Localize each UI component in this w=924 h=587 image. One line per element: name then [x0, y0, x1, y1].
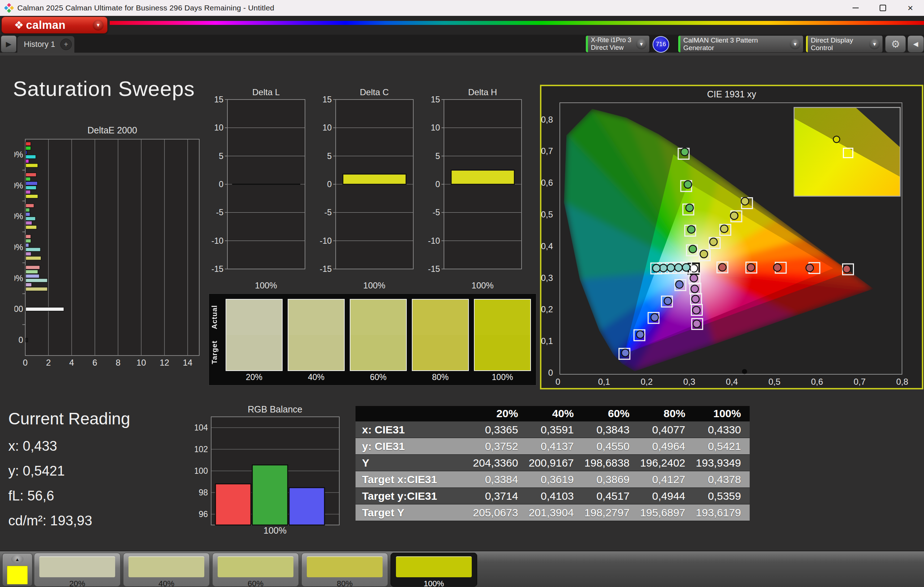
svg-text:RGB Balance: RGB Balance	[248, 404, 302, 414]
meter-dropdown[interactable]: X-Rite i1Pro 3 Direct View ▼	[586, 35, 650, 53]
table-cell: 195,6897	[638, 506, 694, 519]
display-control-dropdown[interactable]: Direct Display Control ▼	[805, 35, 883, 53]
svg-text:-15: -15	[211, 264, 223, 274]
pattern-button-100%[interactable]: 100%	[391, 553, 477, 587]
collapse-panel-button[interactable]: ◀	[908, 35, 924, 53]
svg-text:0: 0	[18, 335, 23, 345]
pattern-button-40%[interactable]: 40%	[123, 553, 210, 587]
svg-text:-15: -15	[320, 264, 332, 274]
pattern-button-80%[interactable]: 80%	[301, 553, 388, 587]
table-row: Target x:CIE310,33840,36190,38690,41270,…	[356, 471, 750, 488]
swatch-cell: 40%	[288, 299, 345, 382]
restore-button[interactable]	[869, 0, 897, 16]
cie-measured-point-magenta	[691, 285, 698, 293]
table-row: y: CIE310,37520,41370,45500,49640,5421	[356, 438, 750, 455]
svg-text:100%: 100%	[363, 281, 385, 290]
table-cell: 0,4127	[638, 474, 694, 486]
cie-1931-plot	[559, 102, 903, 375]
close-button[interactable]: ×	[897, 0, 924, 16]
table-cell: 0,4517	[582, 490, 638, 502]
pattern-generator-dropdown[interactable]: CalMAN Client 3 Pattern Generator ▼	[678, 35, 804, 53]
cie-measured-point-cyan	[660, 264, 667, 272]
title-bar: Calman 2025 Calman Ultimate for Business…	[0, 0, 924, 16]
pattern-button-20%[interactable]: 20%	[34, 553, 120, 587]
svg-text:10: 10	[214, 123, 223, 132]
table-row-label: Target x:CIE31	[356, 474, 471, 486]
cie-y-tick: 0	[548, 368, 553, 378]
table-cell: 0,4378	[694, 474, 750, 486]
svg-text:10: 10	[322, 123, 332, 132]
measurement-table: 20%40%60%80%100%x: CIE310,33650,35910,38…	[356, 406, 750, 521]
svg-text:96: 96	[198, 510, 208, 519]
svg-text:-5: -5	[325, 208, 332, 217]
cie-y-tick: 0,4	[541, 241, 553, 251]
svg-text:2: 2	[46, 358, 51, 367]
pattern-status-edge	[678, 36, 680, 52]
current-reading-value: x: 0,433	[8, 439, 130, 454]
swatch-label: 80%	[412, 372, 469, 382]
nav-forward-button[interactable]: ▶	[1, 35, 16, 53]
svg-text:100: 100	[15, 304, 23, 314]
table-row-label: x: CIE31	[356, 424, 471, 436]
cie-measured-point-blue	[664, 297, 672, 305]
delta-h-chart: Delta H151050-5-10-15100%	[428, 87, 529, 294]
svg-text:0: 0	[219, 179, 223, 189]
chevron-left-icon: ◀	[913, 40, 918, 48]
cie-measured-point-green	[686, 204, 693, 212]
table-cell: 196,2402	[638, 457, 694, 469]
svg-text:10: 10	[431, 123, 440, 132]
table-row-label: Y	[356, 457, 471, 469]
meter-count-badge[interactable]: 716	[653, 36, 669, 53]
svg-text:6: 6	[92, 358, 97, 367]
actual-row-label: Actual	[210, 299, 222, 335]
cie-measured-point-magenta	[693, 320, 701, 327]
table-cell: 193,9349	[694, 457, 750, 469]
calman-menu-button[interactable]: ❖ calman ▼	[2, 16, 107, 33]
svg-text:100%: 100%	[255, 281, 277, 290]
pattern-swatch	[307, 556, 383, 577]
app-icon	[4, 3, 14, 13]
cie-measured-point-green	[684, 181, 691, 188]
svg-text:5: 5	[435, 151, 440, 161]
cie-measured-point-red	[806, 264, 813, 271]
svg-text:100%: 100%	[471, 281, 493, 290]
pattern-buttons: 20%40%60%80%100%	[34, 553, 477, 587]
svg-text:40%: 40%	[15, 243, 23, 252]
cie-x-tick: 0,2	[641, 377, 653, 387]
pattern-label: 40%	[124, 579, 210, 587]
swatch-color	[474, 299, 531, 371]
settings-button[interactable]: ⚙	[885, 35, 906, 53]
add-tab-button[interactable]: +	[60, 39, 72, 50]
bottom-bar: ▲ 20%40%60%80%100% ▲ ■ ▶ [··] ∞ ↻ « Back…	[0, 551, 924, 587]
swatch-cell: 60%	[350, 299, 407, 382]
svg-text:100: 100	[195, 466, 208, 475]
calman-app: Calman 2025 Calman Ultimate for Business…	[0, 0, 924, 587]
meter-label: X-Rite i1Pro 3 Direct View	[591, 36, 631, 51]
current-reading-title: Current Reading	[8, 409, 130, 428]
current-reading-value: y: 0,5421	[8, 463, 130, 479]
cie-measured-point-cyan	[675, 264, 682, 271]
main-area: Saturation Sweeps DeltaE 200002468101214…	[0, 56, 924, 551]
tab-history-1[interactable]: History 1 +	[17, 36, 74, 53]
cie-y-tick: 0,7	[541, 146, 553, 156]
table-col-header: 20%	[471, 408, 526, 420]
pattern-swatch	[40, 556, 115, 577]
pattern-label: 20%	[34, 579, 120, 587]
pattern-button-60%[interactable]: 60%	[212, 553, 299, 587]
swatch-cell: 80%	[412, 299, 469, 382]
svg-text:102: 102	[195, 445, 208, 454]
table-row-label: y: CIE31	[356, 440, 471, 452]
pattern-window-toggle-button[interactable]: ▲	[2, 553, 33, 586]
table-col-header: 60%	[582, 408, 638, 420]
cie-measured-point-red	[774, 264, 781, 271]
tab-label: History 1	[24, 39, 55, 49]
svg-text:4: 4	[69, 358, 74, 367]
window-title: Calman 2025 Calman Ultimate for Business…	[17, 3, 274, 12]
cie-y-tick: 0,6	[541, 178, 553, 188]
delta-c-chart: Delta C151050-5-10-15100%	[319, 87, 421, 294]
pattern-swatch	[129, 556, 204, 577]
cie-y-tick: 0,2	[541, 304, 553, 314]
tab-separator	[0, 53, 924, 56]
swatch-cell: 100%	[474, 299, 531, 382]
minimize-button[interactable]	[842, 0, 869, 16]
